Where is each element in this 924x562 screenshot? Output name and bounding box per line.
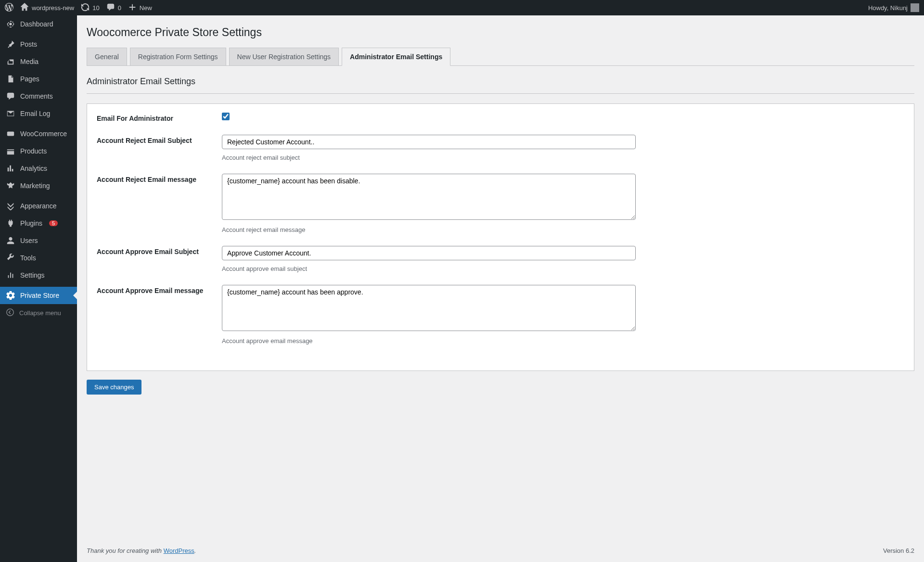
form-panel: Email For Administrator Account Reject E… [87,103,914,371]
main-content: Woocomerce Private Store Settings Genera… [77,15,924,562]
sidebar-item-label: Posts [20,40,37,48]
sidebar-item-label: Pages [20,75,39,83]
sidebar-item-label: Settings [20,271,45,279]
help-approve-message: Account approve email message [222,337,636,345]
footer-version: Version 6.2 [883,547,914,554]
tab-new-user-registration[interactable]: New User Registration Settings [229,48,339,65]
sidebar-item-label: Products [20,147,47,155]
sidebar-item-analytics[interactable]: Analytics [0,160,77,177]
collapse-label: Collapse menu [19,309,61,317]
sidebar-item-comments[interactable]: Comments [0,88,77,105]
sidebar-item-label: Tools [20,254,36,262]
collapse-menu[interactable]: Collapse menu [0,304,77,322]
checkbox-email-for-admin[interactable] [222,113,230,120]
sidebar-item-marketing[interactable]: Marketing [0,177,77,194]
wp-logo[interactable] [5,3,13,13]
avatar [911,3,919,12]
sidebar-item-label: Users [20,237,38,244]
collapse-icon [6,308,14,318]
help-approve-subject: Account approve email subject [222,265,636,272]
sidebar-item-products[interactable]: Products [0,142,77,160]
label-reject-message: Account Reject Email message [97,174,222,183]
footer-period: . [194,547,196,554]
input-reject-subject[interactable] [222,135,636,149]
sidebar-item-pages[interactable]: Pages [0,70,77,88]
site-name-text: wordpress-new [32,4,74,12]
settings-icon [6,270,15,280]
label-approve-subject: Account Approve Email Subject [97,246,222,255]
footer-wordpress-link[interactable]: WordPress [164,547,194,554]
plus-icon [128,3,137,13]
sidebar-item-plugins[interactable]: Plugins 5 [0,215,77,232]
save-button[interactable]: Save changes [87,380,141,395]
sidebar-item-woocommerce[interactable]: WooCommerce [0,125,77,142]
sidebar-item-label: Appearance [20,202,57,210]
gear-icon [6,291,15,300]
admin-bar: wordpress-new 10 0 New Howdy, Nikunj [0,0,924,15]
label-reject-subject: Account Reject Email Subject [97,135,222,144]
sidebar-item-label: Media [20,58,38,65]
sidebar-item-label: Dashboard [20,20,53,28]
sidebar-item-label: Email Log [20,110,50,117]
dashboard-icon [6,19,15,29]
sidebar-item-dashboard[interactable]: Dashboard [0,15,77,33]
sidebar-item-tools[interactable]: Tools [0,249,77,267]
comment-icon [106,3,115,13]
tab-administrator-email[interactable]: Administrator Email Settings [342,48,450,66]
media-icon [6,57,15,66]
tab-registration-form[interactable]: Registration Form Settings [130,48,226,65]
sidebar-item-label: Plugins [20,219,42,227]
sidebar-item-label: Comments [20,92,53,100]
sidebar-item-label: Marketing [20,182,50,190]
email-icon [6,109,15,118]
sidebar-item-private-store[interactable]: Private Store [0,287,77,304]
comments-icon [6,91,15,101]
sidebar-item-label: Private Store [20,292,59,299]
label-email-for-admin: Email For Administrator [97,113,222,122]
tab-general[interactable]: General [87,48,127,65]
new-label: New [140,4,152,12]
sidebar-item-appearance[interactable]: Appearance [0,197,77,215]
label-approve-message: Account Approve Email message [97,285,222,294]
page-title: Woocomerce Private Store Settings [87,26,914,39]
comments-count: 0 [118,4,121,12]
help-reject-subject: Account reject email subject [222,154,636,161]
user-menu[interactable]: Howdy, Nikunj [868,3,919,12]
home-icon [20,3,29,13]
svg-rect-0 [7,132,14,136]
comments-link[interactable]: 0 [106,3,121,13]
users-icon [6,236,15,245]
input-approve-subject[interactable] [222,246,636,260]
admin-sidebar: Dashboard Posts Media Pages Comments Ema… [0,15,77,562]
woo-icon [6,129,15,139]
sidebar-item-label: WooCommerce [20,130,67,138]
marketing-icon [6,181,15,191]
textarea-reject-message[interactable]: {customer_name} account has been disable… [222,174,636,220]
new-content-link[interactable]: New [128,3,152,13]
pages-icon [6,74,15,84]
plugins-icon [6,218,15,228]
products-icon [6,146,15,156]
section-divider [87,93,914,94]
footer: Thank you for creating with WordPress. V… [87,536,914,562]
svg-point-1 [7,309,13,316]
analytics-icon [6,164,15,173]
sidebar-item-settings[interactable]: Settings [0,267,77,284]
help-reject-message: Account reject email message [222,226,636,233]
plugins-badge: 5 [49,220,58,226]
updates-count: 10 [92,4,99,12]
updates-link[interactable]: 10 [81,3,99,13]
appearance-icon [6,201,15,211]
textarea-approve-message[interactable]: {customer_name} account has been approve… [222,285,636,331]
tools-icon [6,253,15,263]
sidebar-item-users[interactable]: Users [0,232,77,249]
sidebar-item-posts[interactable]: Posts [0,36,77,53]
sidebar-item-media[interactable]: Media [0,53,77,70]
pin-icon [6,39,15,49]
site-name-link[interactable]: wordpress-new [20,3,74,13]
section-title: Administrator Email Settings [87,77,914,87]
wordpress-icon [5,3,13,13]
sidebar-item-emaillog[interactable]: Email Log [0,105,77,122]
update-icon [81,3,90,13]
footer-thanks-prefix: Thank you for creating with [87,547,164,554]
